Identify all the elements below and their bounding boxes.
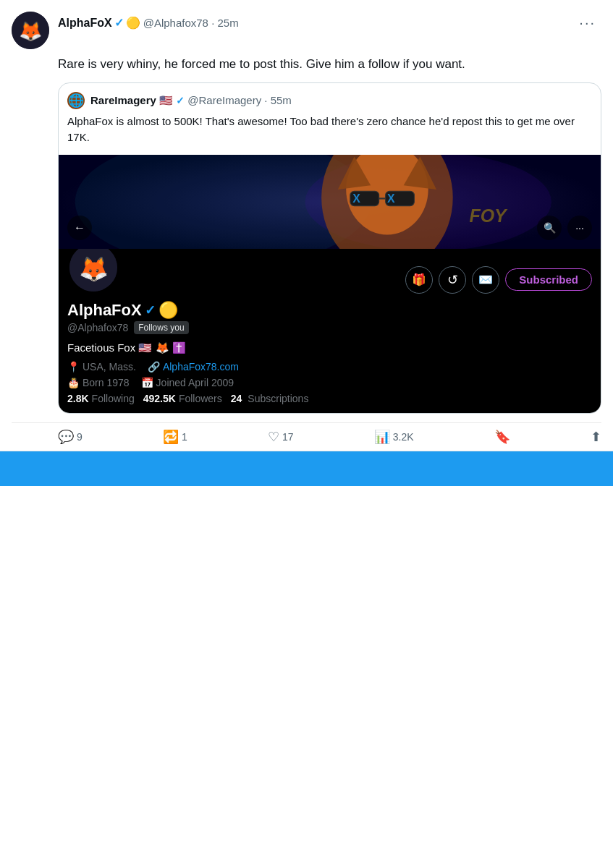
reply-action[interactable]: 💬 9 [58,429,83,445]
link-icon: 🔗 [148,361,160,373]
profile-username-row: @Alphafox78 Follows you [67,321,592,334]
retweet-action[interactable]: 🔁 1 [163,429,187,445]
views-count: 3.2K [393,431,414,443]
location-icon: 📍 [67,361,80,373]
profile-location: 📍 USA, Mass. [67,361,136,373]
retweet-icon: 🔁 [163,429,179,445]
back-button[interactable]: ← [67,216,92,240]
following-count[interactable]: 2.8K [67,393,89,404]
refresh-button[interactable]: ↺ [439,266,466,294]
tweet-user-info: AlphaFoX ✓ 🟡 @Alphafox78 · 25m [58,16,239,30]
quoted-tweet-header: 🌐 RareImagery 🇺🇸 ✓ @RareImagery · 55m [59,83,601,114]
profile-name-section: AlphaFoX ✓ 🟡 @Alphafox78 Follows you [67,301,592,334]
share-action[interactable]: ⬆ [591,429,601,445]
tweet-actions: 💬 9 🔁 1 ♡ 17 📊 3.2K 🔖 ⬆ [12,422,601,451]
bookmark-action[interactable]: 🔖 [494,429,510,445]
tweet-container: 🦊 AlphaFoX ✓ 🟡 @Alphafox78 · 25m ··· Rar… [0,0,613,451]
reply-icon: 💬 [58,429,74,445]
blue-bottom-bar [0,451,613,486]
svg-text:X: X [352,192,360,205]
views-icon: 📊 [374,429,390,445]
subscribed-button[interactable]: Subscribed [505,268,592,291]
profile-stats: 2.8K Following 492.5K Followers 24 Subsc… [67,393,592,404]
profile-action-buttons: 🎁 ↺ ✉️ Subscribed [405,266,592,294]
profile-card: 4:57 📶 🔋 [59,155,601,413]
verified-icon: ✓ [114,16,124,30]
mail-icon: ✉️ [478,273,493,286]
profile-bio: Facetious Fox 🇺🇸 🦊 ✝️ [67,340,592,355]
banner-nav: ← 🔍 ··· [67,216,592,240]
search-button[interactable]: 🔍 [537,216,562,240]
profile-verified-icon: ✓ [145,302,156,318]
birthday-icon: 🎂 [67,377,80,388]
profile-banner: 4:57 📶 🔋 [59,155,601,249]
gift-button[interactable]: 🎁 [405,266,433,294]
mail-button[interactable]: ✉️ [472,266,499,294]
quoted-tweet[interactable]: 🌐 RareImagery 🇺🇸 ✓ @RareImagery · 55m Al… [58,82,601,414]
profile-username: @Alphafox78 [67,322,128,333]
following-label: Following [92,393,135,404]
gift-icon: 🎁 [412,273,426,286]
calendar-icon: 📅 [141,377,153,388]
like-icon: ♡ [268,429,279,445]
quoted-user-info: RareImagery 🇺🇸 ✓ @RareImagery · 55m [90,94,292,107]
profile-joined: 📅 Joined April 2009 [141,377,234,388]
avatar[interactable]: 🦊 [12,12,49,49]
profile-website[interactable]: 🔗 AlphaFox78.com [148,361,239,373]
svg-text:🦊: 🦊 [79,254,109,283]
more-button[interactable]: ··· [567,216,592,240]
author-username-time: @Alphafox78 · 25m [143,17,239,29]
like-count: 17 [282,431,294,443]
subscriptions-label: Subscriptions [248,393,308,404]
quoted-display-name: RareImagery 🇺🇸 ✓ [90,94,185,107]
profile-display-name: AlphaFoX ✓ 🟡 [67,301,592,320]
bookmark-icon: 🔖 [494,429,510,445]
profile-body: 🦊 🎁 ↺ ✉️ Subscribed [59,242,601,413]
profile-top-row: 🦊 🎁 ↺ ✉️ Subscribed [67,242,592,294]
tweet-text: Rare is very whiny, he forced me to post… [58,55,601,74]
retweet-count: 1 [182,431,187,443]
profile-avatar: 🦊 [67,242,119,294]
profile-born: 🎂 Born 1978 [67,377,130,388]
subscriptions-count[interactable]: 24 [231,393,242,404]
coin-emoji: 🟡 [126,16,140,30]
svg-text:X: X [387,192,395,205]
profile-meta-bio-row: 🎂 Born 1978 📅 Joined April 2009 [67,377,592,388]
quoted-username-time: @RareImagery · 55m [187,94,292,106]
refresh-icon: ↺ [447,272,458,288]
followers-count[interactable]: 492.5K [143,393,176,404]
author-display-name[interactable]: AlphaFoX ✓ 🟡 [58,16,140,30]
tweet-meta: AlphaFoX ✓ 🟡 @Alphafox78 · 25m ··· [58,12,601,34]
views-action[interactable]: 📊 3.2K [374,429,414,445]
share-icon: ⬆ [591,429,601,445]
like-action[interactable]: ♡ 17 [268,429,294,445]
more-options-button[interactable]: ··· [573,12,601,34]
quoted-tweet-text: AlphaFox is almost to 500K! That's aweso… [59,114,601,155]
reply-count: 9 [77,431,83,443]
profile-meta-location-row: 📍 USA, Mass. 🔗 AlphaFox78.com [67,361,592,373]
quoted-verified-icon: ✓ [176,95,185,106]
follows-you-badge: Follows you [134,321,188,334]
profile-coin-emoji: 🟡 [158,301,178,320]
quoted-avatar: 🌐 [67,92,85,109]
svg-text:🦊: 🦊 [19,20,43,43]
followers-label: Followers [179,393,222,404]
tweet-header: 🦊 AlphaFoX ✓ 🟡 @Alphafox78 · 25m ··· [12,12,601,49]
